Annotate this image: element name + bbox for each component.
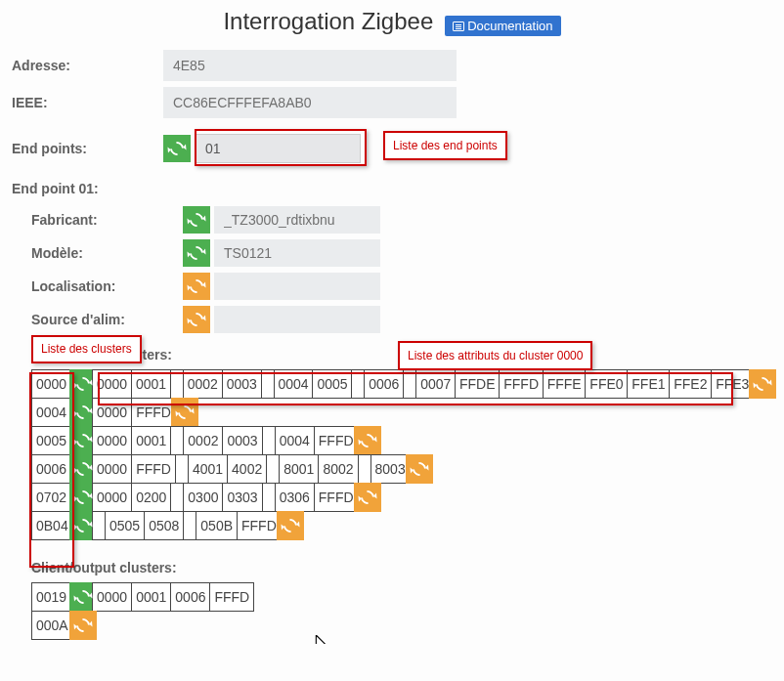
refresh-attrs-button[interactable] <box>171 398 198 427</box>
source-input[interactable] <box>214 306 380 333</box>
attr-0000[interactable]: 0000 <box>92 483 132 512</box>
attr-0001[interactable]: 0001 <box>131 582 171 612</box>
document-icon <box>453 21 464 31</box>
refresh-attrs-button[interactable] <box>354 483 381 512</box>
attr-4002[interactable]: 4002 <box>227 454 267 484</box>
label-modele: Modèle: <box>12 245 163 261</box>
attr-0000[interactable]: 0000 <box>92 398 132 427</box>
cluster-row-0006: 00060000FFFD 40014002 80018002 8003 <box>31 455 772 484</box>
cluster-row-0005: 000500000001 00020003 0004FFFD <box>31 427 772 455</box>
attr-0001[interactable]: 0001 <box>131 426 171 455</box>
attr-0200[interactable]: 0200 <box>131 483 171 512</box>
refresh-source-button[interactable] <box>183 306 210 333</box>
cluster-id: 0004 <box>31 398 74 427</box>
refresh-icon <box>73 374 93 394</box>
attr-0306[interactable]: 0306 <box>275 483 315 512</box>
cluster-id: 0006 <box>31 454 74 484</box>
refresh-attrs-button[interactable] <box>277 511 304 540</box>
documentation-button[interactable]: Documentation <box>445 16 560 36</box>
attr-0303[interactable]: 0303 <box>222 483 262 512</box>
attr-0000[interactable]: 0000 <box>92 426 132 455</box>
attr-spacer <box>92 511 106 540</box>
refresh-icon <box>73 587 93 607</box>
refresh-icon <box>187 243 206 263</box>
attr-0000[interactable]: 0000 <box>92 582 132 612</box>
attr-FFFE[interactable]: FFFE <box>543 369 587 399</box>
attr-FFE2[interactable]: FFE2 <box>669 369 712 399</box>
attr-FFFD[interactable]: FFFD <box>237 511 282 540</box>
attr-FFE1[interactable]: FFE1 <box>627 369 670 399</box>
attr-8002[interactable]: 8002 <box>318 454 358 484</box>
attr-FFFD[interactable]: FFFD <box>131 454 176 484</box>
label-source: Source d'alim: <box>12 312 163 327</box>
attr-FFFD[interactable]: FFFD <box>314 426 359 455</box>
attr-spacer <box>183 511 196 540</box>
attr-0003[interactable]: 0003 <box>222 426 262 455</box>
refresh-icon <box>753 374 772 394</box>
attr-spacer <box>266 454 280 484</box>
client-clusters-table: 0019000000010006FFFD000A <box>12 583 772 640</box>
cluster-id: 0019 <box>31 582 74 612</box>
refresh-cluster-button[interactable] <box>69 611 97 640</box>
cluster-row-000A: 000A <box>31 612 772 640</box>
cluster-id: 0000 <box>31 369 74 399</box>
attr-8003[interactable]: 8003 <box>370 454 411 484</box>
refresh-attrs-button[interactable] <box>354 426 381 455</box>
attr-0007[interactable]: 0007 <box>415 369 456 399</box>
attr-0005[interactable]: 0005 <box>312 369 352 399</box>
attr-0000[interactable]: 0000 <box>92 454 132 484</box>
label-fabricant: Fabricant: <box>12 212 163 228</box>
refresh-icon <box>358 431 377 450</box>
refresh-localisation-button[interactable] <box>183 273 210 300</box>
cluster-id: 0702 <box>31 483 74 512</box>
attr-spacer <box>170 369 184 399</box>
label-ieee: IEEE: <box>12 95 163 110</box>
attr-0004[interactable]: 0004 <box>275 426 315 455</box>
attr-8001[interactable]: 8001 <box>279 454 319 484</box>
callout-attrs: Liste des attributs du cluster 0000 <box>398 341 592 370</box>
attr-spacer <box>170 483 184 512</box>
attr-4001[interactable]: 4001 <box>188 454 228 484</box>
attr-0004[interactable]: 0004 <box>274 369 314 399</box>
attr-0006[interactable]: 0006 <box>170 582 210 612</box>
refresh-icon <box>187 277 206 296</box>
refresh-endpoints-button[interactable] <box>163 135 191 162</box>
attr-spacer <box>358 454 371 484</box>
server-clusters-table: 000000000001 00020003 00040005 0006 0007… <box>12 370 772 540</box>
fabricant-input[interactable] <box>214 206 380 234</box>
attr-0300[interactable]: 0300 <box>183 483 223 512</box>
attr-0002[interactable]: 0002 <box>183 426 223 455</box>
cluster-id: 000A <box>31 611 74 640</box>
attr-050B[interactable]: 050B <box>196 511 238 540</box>
refresh-icon <box>187 210 206 230</box>
label-adresse: Adresse: <box>12 58 163 73</box>
attr-FFE0[interactable]: FFE0 <box>585 369 628 399</box>
refresh-attrs-button[interactable] <box>406 454 433 484</box>
attr-FFFD[interactable]: FFFD <box>499 369 543 399</box>
attr-0006[interactable]: 0006 <box>364 369 404 399</box>
refresh-icon <box>187 310 206 329</box>
callout-endpoints: Liste des end points <box>383 131 507 160</box>
refresh-icon <box>410 459 429 479</box>
refresh-modele-button[interactable] <box>183 239 210 267</box>
refresh-fabricant-button[interactable] <box>183 206 210 234</box>
attr-0508[interactable]: 0508 <box>144 511 184 540</box>
attr-0505[interactable]: 0505 <box>105 511 145 540</box>
attr-0001[interactable]: 0001 <box>131 369 171 399</box>
cluster-row-0702: 070200000200 03000303 0306FFFD <box>31 484 772 512</box>
attr-spacer <box>175 454 189 484</box>
attr-FFFD[interactable]: FFFD <box>131 398 176 427</box>
endpoint-input[interactable] <box>195 134 361 163</box>
attr-0000[interactable]: 0000 <box>92 369 132 399</box>
modele-input[interactable] <box>214 239 380 267</box>
attr-FFDE[interactable]: FFDE <box>455 369 500 399</box>
attr-0003[interactable]: 0003 <box>222 369 262 399</box>
attr-FFFD[interactable]: FFFD <box>314 483 359 512</box>
attr-0002[interactable]: 0002 <box>183 369 223 399</box>
attr-FFFD[interactable]: FFFD <box>209 582 254 612</box>
refresh-attrs-button[interactable] <box>749 369 776 399</box>
attr-FFE3[interactable]: FFE3 <box>711 369 754 399</box>
callout-clusters: Liste des clusters <box>31 335 142 363</box>
localisation-input[interactable] <box>214 273 380 300</box>
refresh-icon <box>73 488 93 507</box>
